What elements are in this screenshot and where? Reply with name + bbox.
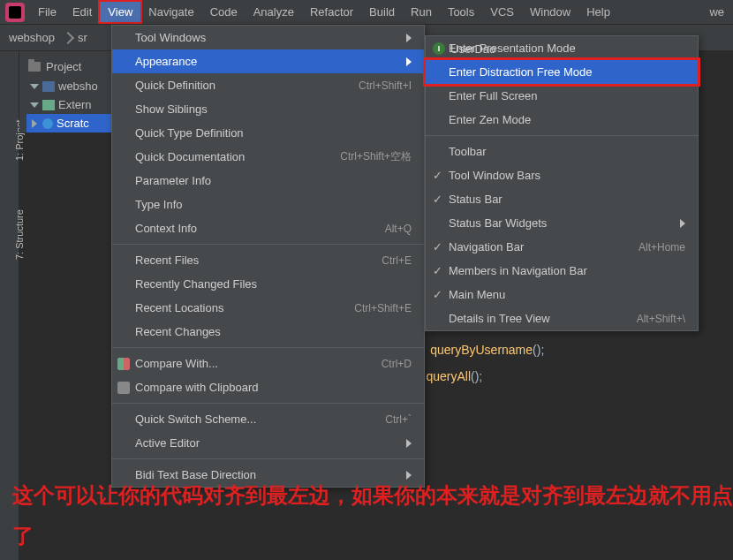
expand-icon[interactable] [30, 102, 39, 108]
menu-edit[interactable]: Edit [64, 2, 100, 22]
view-menu-item[interactable]: Context InfoAlt+Q [112, 216, 424, 240]
editor-tab[interactable]: UserDao [450, 42, 495, 56]
appearance-menu-item[interactable]: Enter Full Screen [426, 84, 698, 108]
expand-icon[interactable] [30, 84, 39, 89]
menu-tools[interactable]: Tools [440, 2, 482, 22]
code-method: queryAll [426, 369, 471, 383]
submenu-arrow-icon [680, 219, 685, 228]
menu-item-label: Active Editor [135, 436, 200, 450]
menubar-tail-text: we [709, 5, 729, 19]
appearance-menu-item[interactable]: Enter Distraction Free Mode [426, 60, 698, 84]
menu-code[interactable]: Code [202, 2, 246, 22]
tree-label: websho [58, 79, 98, 93]
appearance-menu-item[interactable]: Status Bar Widgets [426, 211, 698, 235]
view-menu-item[interactable]: Type Info [112, 193, 424, 216]
appearance-menu-item[interactable]: ✓Status Bar [426, 187, 698, 211]
view-menu-item[interactable]: Quick Type Definition [112, 121, 424, 145]
submenu-arrow-icon [406, 57, 412, 66]
appearance-menu-item[interactable]: ✓Tool Window Bars [426, 163, 698, 187]
menu-window[interactable]: Window [522, 2, 578, 22]
view-menu-item[interactable]: Show Siblings [112, 97, 424, 121]
code-text: (); [533, 343, 544, 357]
appearance-menu-item[interactable]: Toolbar [426, 140, 698, 163]
check-icon: ✓ [433, 193, 442, 206]
menu-shortcut: Alt+Shift+\ [637, 313, 685, 325]
appearance-menu-item[interactable]: ✓Main Menu [426, 283, 698, 306]
menu-vcs[interactable]: VCS [482, 2, 522, 22]
view-menu-item[interactable]: Tool Windows [112, 26, 424, 49]
menu-item-label: Recent Locations [135, 301, 223, 314]
breadcrumb-item[interactable]: sr [78, 31, 87, 44]
tool-window-button-structure[interactable]: 7: Structure [14, 209, 25, 260]
tree-label: Scratc [57, 117, 89, 130]
view-menu-item[interactable]: Recent FilesCtrl+E [112, 248, 424, 272]
appearance-menu-item[interactable]: ✓Navigation BarAlt+Home [426, 235, 698, 259]
view-menu-item[interactable]: Compare with Clipboard [112, 375, 424, 399]
app-icon [5, 3, 25, 22]
menu-item-label: Compare with Clipboard [135, 381, 258, 394]
diff-icon [117, 358, 130, 370]
menu-build[interactable]: Build [361, 2, 403, 22]
menu-item-label: Show Siblings [135, 102, 208, 116]
view-menu-item[interactable]: Quick Switch Scheme...Ctrl+` [112, 407, 424, 431]
menu-analyze[interactable]: Analyze [246, 2, 302, 22]
view-menu-item[interactable]: Compare With...Ctrl+D [112, 352, 424, 375]
menu-separator [112, 347, 424, 348]
code-text: (); [471, 369, 482, 383]
folder-icon [28, 62, 41, 72]
submenu-arrow-icon [406, 34, 412, 42]
module-icon [42, 81, 55, 92]
view-menu-item[interactable]: Parameter Info [112, 169, 424, 193]
library-icon [42, 100, 55, 110]
submenu-arrow-icon [406, 439, 412, 448]
menu-item-label: Navigation Bar [449, 240, 524, 254]
menu-file[interactable]: File [30, 2, 64, 22]
menu-run[interactable]: Run [403, 2, 440, 22]
view-menu-item[interactable]: Quick DocumentationCtrl+Shift+空格 [112, 145, 424, 169]
menu-separator [112, 244, 424, 245]
menu-item-label: Recent Changes [135, 325, 221, 338]
check-icon: ✓ [433, 264, 442, 277]
menu-help[interactable]: Help [578, 2, 618, 22]
menu-item-label: Appearance [135, 55, 197, 68]
menu-view[interactable]: View [100, 2, 140, 22]
menu-item-label: Context Info [135, 222, 197, 235]
menu-separator [426, 135, 698, 136]
menu-separator [112, 458, 424, 459]
breadcrumb-root[interactable]: webshop [9, 31, 55, 44]
menu-shortcut: Ctrl+Shift+I [359, 79, 412, 92]
appearance-menu-item[interactable]: Enter Zen Mode [426, 108, 698, 132]
annotation-text: 这个可以让你的代码对齐到最左边，如果你的本来就是对齐到最左边就不用点了 [12, 475, 733, 556]
view-menu-item[interactable]: Recent LocationsCtrl+Shift+E [112, 296, 424, 320]
view-menu-item[interactable]: Quick DefinitionCtrl+Shift+I [112, 73, 424, 97]
check-icon: ✓ [433, 288, 442, 301]
editor-line: oid queryByUsername(); [406, 343, 544, 357]
view-menu-item[interactable]: Recently Changed Files [112, 272, 424, 296]
appearance-menu-item[interactable]: Details in Tree ViewAlt+Shift+\ [426, 306, 698, 330]
menu-shortcut: Ctrl+Shift+E [354, 302, 412, 314]
chevron-right-icon [62, 31, 74, 43]
menu-item-label: Enter Distraction Free Mode [449, 65, 593, 79]
main-menubar: File Edit View Navigate Code Analyze Ref… [0, 0, 733, 25]
view-menu-item[interactable]: Active Editor [112, 431, 424, 455]
menu-shortcut: Alt+Q [385, 223, 412, 235]
menu-item-label: Quick Documentation [135, 150, 245, 163]
check-icon: ✓ [433, 240, 442, 254]
view-menu-item[interactable]: Recent Changes [112, 320, 424, 344]
expand-icon[interactable] [32, 119, 37, 128]
menu-item-label: Toolbar [449, 145, 487, 158]
menu-shortcut: Ctrl+D [382, 358, 412, 370]
appearance-menu-item[interactable]: ✓Members in Navigation Bar [426, 259, 698, 283]
menu-shortcut: Ctrl+Shift+空格 [340, 149, 412, 164]
menu-navigate[interactable]: Navigate [140, 2, 201, 22]
menu-item-label: Members in Navigation Bar [449, 264, 587, 277]
appearance-submenu-popup: Enter Presentation ModeEnter Distraction… [425, 35, 699, 331]
menu-refactor[interactable]: Refactor [302, 2, 361, 22]
menu-item-label: Enter Zen Mode [449, 113, 531, 126]
menu-separator [112, 403, 424, 404]
clip-icon [117, 382, 130, 394]
menu-item-label: Type Info [135, 198, 182, 211]
menu-item-label: Quick Type Definition [135, 126, 244, 140]
menu-item-label: Quick Definition [135, 79, 215, 92]
view-menu-item[interactable]: Appearance [112, 49, 424, 73]
